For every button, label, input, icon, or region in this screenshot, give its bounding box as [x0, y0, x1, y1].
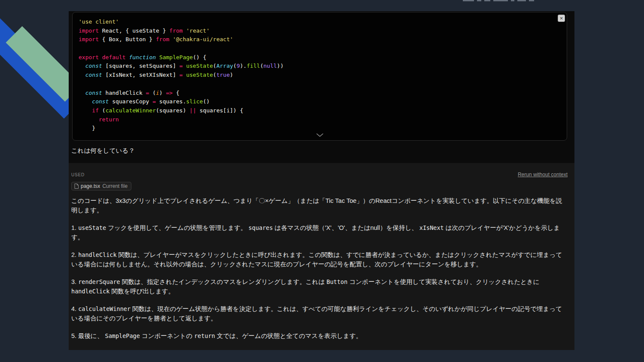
user-question: これは何をしている？ — [71, 147, 135, 155]
code-line: 'use client' — [79, 18, 561, 27]
close-icon: × — [560, 15, 563, 21]
chat-panel: × 'use client'import React, { useState }… — [69, 11, 574, 350]
code-line: return — [79, 115, 561, 124]
used-label: USED — [71, 172, 85, 177]
response-paragraph: 3. renderSquare 関数は、指定されたインデックスのマスをレンダリン… — [71, 278, 568, 296]
expand-code-button[interactable] — [73, 131, 567, 139]
response-paragraph: 1. useState フックを使用して、ゲームの状態を管理します。 squar… — [71, 223, 568, 242]
context-bar: USED Rerun without context — [71, 172, 568, 178]
response-paragraph: 5. 最後に、 SamplePage コンポーネントの return 文では、ゲ… — [71, 332, 568, 341]
response-paragraph: このコードは、3x3のグリッド上でプレイされるゲーム、つまり「〇×ゲーム」（また… — [71, 196, 568, 215]
file-chip-tag: Current file — [102, 183, 128, 189]
file-icon — [74, 184, 79, 189]
code-line: import React, { useState } from 'react' — [79, 27, 561, 36]
cropped-top-artifact — [463, 0, 534, 2]
response-body: このコードは、3x3のグリッド上でプレイされるゲーム、つまり「〇×ゲーム」（また… — [71, 196, 568, 341]
close-button[interactable]: × — [558, 15, 565, 22]
code-line: const squaresCopy = squares.slice() — [79, 97, 561, 106]
code-line: import { Box, Button } from '@chakra-ui/… — [79, 35, 561, 44]
response-paragraph: 4. calculateWinner 関数は、現在のゲーム状態から勝者を決定しま… — [71, 305, 568, 323]
code-line — [79, 80, 561, 89]
context-file-chip[interactable]: page.tsx Current file — [71, 182, 131, 190]
desktop-background: × 'use client'import React, { useState }… — [0, 0, 644, 362]
code-block: 'use client'import React, { useState } f… — [72, 12, 567, 141]
code-lines: 'use client'import React, { useState } f… — [73, 12, 567, 133]
context-chip-row: page.tsx Current file — [71, 182, 568, 190]
code-line — [79, 44, 561, 53]
rerun-without-context-link[interactable]: Rerun without context — [518, 172, 568, 178]
code-line: const handleClick = (i) => { — [79, 89, 561, 98]
code-line: const [squares, setSquares] = useState(A… — [79, 62, 561, 71]
chevron-down-icon — [316, 133, 323, 137]
code-line: export default function SamplePage() { — [79, 53, 561, 62]
response-section: USED Rerun without context page.tsx Curr… — [69, 163, 574, 350]
response-paragraph: 2. handleClick 関数は、プレイヤーがマスをクリックしたときに呼び出… — [71, 250, 568, 269]
code-line: if (calculateWinner(squares) || squares[… — [79, 106, 561, 115]
code-line: const [xIsNext, setXIsNext] = useState(t… — [79, 71, 561, 80]
file-chip-name: page.tsx — [81, 183, 100, 189]
